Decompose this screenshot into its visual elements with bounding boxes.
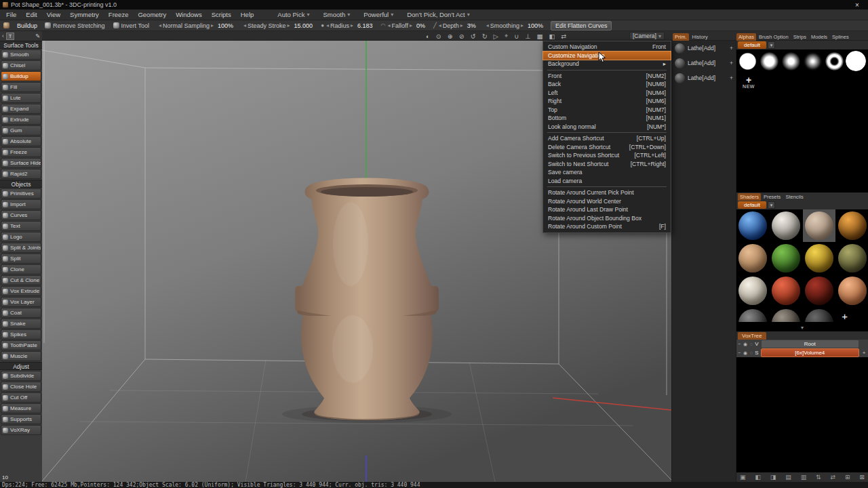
- stepper-right-icon[interactable]: ▸: [351, 22, 353, 28]
- stepper-right-icon[interactable]: ▸: [460, 22, 463, 28]
- panel-action-icon[interactable]: ◧: [755, 474, 761, 481]
- panel-tab[interactable]: Alphas: [736, 33, 756, 41]
- stepper-right-icon[interactable]: ▸: [521, 22, 524, 28]
- sidebar-tool-item[interactable]: Text: [1, 221, 41, 231]
- menu-item[interactable]: Help: [236, 11, 259, 18]
- menu-item[interactable]: Edit: [21, 11, 41, 18]
- stepper-left-icon[interactable]: ◂: [326, 22, 329, 28]
- prim-history-item[interactable]: Lathe[Add] +: [672, 70, 736, 85]
- sidebar-tool-item[interactable]: Cut Off: [1, 392, 41, 403]
- shader-swatch[interactable]: [803, 242, 836, 274]
- alpha-swatch[interactable]: [823, 50, 845, 72]
- panel-action-icon[interactable]: ▣: [740, 474, 746, 481]
- shader-swatch[interactable]: [736, 307, 770, 322]
- context-menu-item[interactable]: Back [NUM8]: [543, 80, 671, 89]
- voxtree-item-label[interactable]: [6x]Volume4: [762, 349, 859, 357]
- context-menu-item[interactable]: Rotate Around Object Bounding Box: [543, 214, 671, 223]
- context-menu-item[interactable]: Switch to Previous Shortcut [CTRL+Left]: [543, 151, 671, 160]
- panel-action-icon[interactable]: ⊞: [845, 474, 850, 481]
- context-menu-item[interactable]: Save camera: [543, 168, 671, 177]
- stepper-left-icon[interactable]: ◂: [388, 22, 391, 28]
- stepper-right-icon[interactable]: ▸: [211, 22, 214, 28]
- sidebar-tool-item[interactable]: Curves: [1, 210, 41, 220]
- sidebar-tool-item[interactable]: Split & Joints: [1, 243, 41, 253]
- menu-item[interactable]: Freeze: [104, 11, 134, 18]
- sidebar-tool-item[interactable]: Spikes: [1, 329, 41, 340]
- panel-tab[interactable]: Splines: [830, 33, 851, 41]
- panel-tab[interactable]: Shaders: [738, 193, 761, 201]
- panel-action-icon[interactable]: ◨: [770, 474, 776, 481]
- stepper-left-icon[interactable]: ◂: [486, 22, 489, 28]
- sidebar-tool-item[interactable]: Gum: [1, 125, 41, 136]
- visibility-icons[interactable]: − ◉ ◌: [738, 342, 753, 347]
- tool-preset-tab[interactable]: T: [6, 33, 15, 40]
- parameter-stepper[interactable]: ╱ ◂ Depth ▸ 3%: [433, 22, 476, 29]
- plus-icon[interactable]: +: [730, 60, 733, 66]
- shader-swatch[interactable]: [770, 242, 803, 274]
- context-menu-item[interactable]: Front [NUM2]: [543, 72, 671, 81]
- panel-tab[interactable]: Models: [809, 33, 829, 41]
- panel-action-icon[interactable]: ⊠: [859, 474, 865, 481]
- context-menu-item[interactable]: [547, 132, 667, 133]
- sidebar-tool-item[interactable]: Supports: [1, 414, 41, 424]
- sidebar-tool-item[interactable]: Clone: [1, 264, 41, 274]
- dropdown-arrow-icon[interactable]: ▾: [768, 201, 775, 209]
- shader-swatch[interactable]: [736, 242, 770, 274]
- sidebar-tool-item[interactable]: Primitives: [1, 188, 41, 199]
- mode-dropdown[interactable]: Don't Pick, Don't Act ▾: [407, 11, 469, 18]
- stepper-left-icon[interactable]: ◂: [439, 22, 441, 28]
- viewport-icon[interactable]: ◐: [426, 33, 430, 40]
- menu-item[interactable]: Windows: [171, 11, 207, 18]
- prim-history-item[interactable]: Lathe[Add] +: [672, 56, 736, 70]
- dropdown-arrow-icon[interactable]: ▾: [768, 41, 775, 49]
- alpha-swatch[interactable]: [758, 50, 780, 72]
- viewport-icon[interactable]: ⇄: [561, 33, 566, 40]
- panel-action-icon[interactable]: ▥: [801, 474, 807, 481]
- panel-action-icon[interactable]: ▤: [785, 474, 791, 481]
- collapse-icon[interactable]: ‹: [2, 33, 4, 39]
- panel-tab[interactable]: Presets: [762, 193, 783, 201]
- voxtree-tab[interactable]: VoxTree: [738, 332, 766, 340]
- context-menu-item[interactable]: Rotate Around Current Pick Point: [543, 188, 671, 197]
- panel-action-icon[interactable]: ⇄: [830, 474, 835, 481]
- parameter-value[interactable]: 100%: [528, 22, 543, 29]
- viewport-icon[interactable]: ⊕: [448, 33, 453, 40]
- context-menu-item[interactable]: Add Camera Shortcut [CTRL+Up]: [543, 134, 671, 143]
- sidebar-tool-item[interactable]: VoXRay: [1, 425, 41, 435]
- edit-flatten-curves-button[interactable]: Edit Flatten Curves: [551, 21, 612, 30]
- context-menu-item[interactable]: Rotate Around Last Draw Point: [543, 205, 671, 214]
- context-menu-item[interactable]: Bottom [NUM1]: [543, 114, 671, 123]
- viewport-icon[interactable]: ◧: [549, 33, 555, 40]
- close-button[interactable]: ×: [849, 1, 865, 9]
- panel-tab[interactable]: History: [690, 33, 710, 41]
- alpha-swatch[interactable]: [802, 50, 823, 72]
- parameter-value[interactable]: 0%: [416, 22, 425, 29]
- sidebar-tool-item[interactable]: Fill: [1, 82, 41, 92]
- viewport-icon[interactable]: ⌖: [505, 32, 508, 40]
- plus-icon[interactable]: +: [730, 45, 733, 52]
- viewport-icon[interactable]: ⊙: [436, 33, 441, 40]
- viewport-icon[interactable]: ↺: [471, 33, 476, 40]
- mode-dropdown[interactable]: Smooth ▾: [323, 11, 350, 18]
- mode-dropdown[interactable]: Powerful ▾: [363, 11, 393, 18]
- toolbar-toggle[interactable]: Invert Tool: [113, 22, 149, 29]
- context-menu-item[interactable]: Load camera: [543, 177, 671, 186]
- shader-swatch[interactable]: [770, 274, 803, 307]
- parameter-value[interactable]: 6.183: [357, 22, 373, 29]
- shader-swatch[interactable]: [803, 307, 836, 322]
- stepper-right-icon[interactable]: ▸: [410, 22, 412, 28]
- shader-swatch[interactable]: [835, 209, 868, 242]
- sidebar-tool-item[interactable]: ToothPaste: [1, 340, 41, 350]
- alpha-swatch[interactable]: [845, 50, 867, 72]
- voxtree-item-label[interactable]: Root: [762, 340, 859, 348]
- context-menu-item[interactable]: Right [NUM6]: [543, 97, 671, 106]
- alpha-swatch[interactable]: [736, 50, 758, 72]
- shader-default-dropdown[interactable]: default: [738, 201, 766, 209]
- shader-swatch[interactable]: [770, 307, 803, 322]
- visibility-icons[interactable]: − ◉ ◌: [738, 350, 753, 356]
- sidebar-tool-item[interactable]: Logo: [1, 232, 41, 242]
- alpha-swatch[interactable]: [780, 50, 802, 72]
- parameter-value[interactable]: 100%: [218, 22, 233, 29]
- alpha-default-dropdown[interactable]: default: [738, 41, 766, 49]
- shader-swatch[interactable]: [736, 274, 770, 307]
